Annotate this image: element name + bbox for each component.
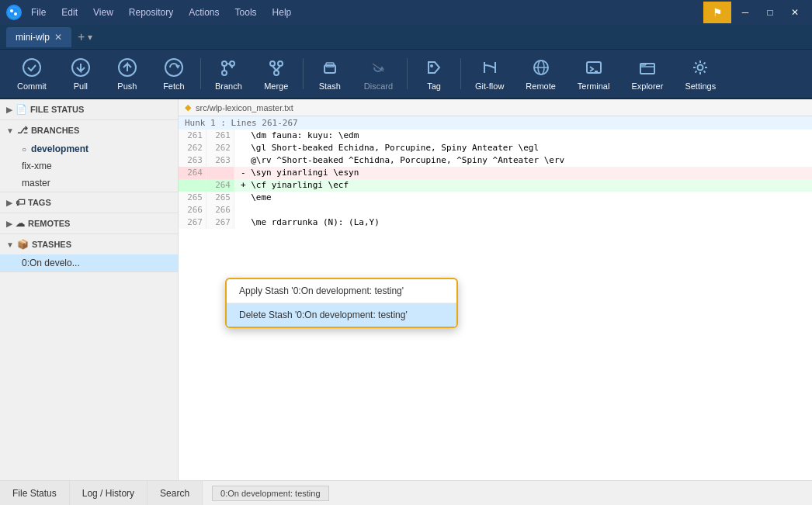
tags-icon: 🏷 [16,197,25,208]
app-logo [6,5,22,20]
diff-line-267: 267 267 \me rdarrunka (N): (La,Y) [179,216,812,229]
chevron-down-icon: ▼ [6,126,14,135]
diff-hunk-header: Hunk 1 : Lines 261-267 [179,116,812,130]
explorer-label: Explorer [631,81,663,91]
tab-dropdown-button[interactable]: ▾ [88,32,92,43]
stash-button[interactable]: Stash [307,54,353,94]
menu-edit[interactable]: Edit [58,5,81,19]
svg-point-0 [9,7,19,18]
branches-label: BRANCHES [31,126,79,135]
diff-line-263: 263 263 @\rv ^Short-beaked ^Echidna, Por… [179,154,812,167]
terminal-icon [583,57,605,78]
tag-icon [423,57,445,78]
diff-line-265: 265 265 \eme [179,192,812,204]
pull-label: Pull [74,81,88,91]
active-branch-dot: ○ [22,145,26,154]
commit-button[interactable]: Commit [6,54,57,94]
log-history-tab[interactable]: Log / History [70,481,147,505]
git-flow-icon [479,57,501,78]
sidebar-header-stashes[interactable]: ▼ 📦 STASHES [0,234,178,254]
search-tab[interactable]: Search [147,481,203,505]
chevron-right-icon: ▶ [6,105,12,114]
window-controls: ─ □ ✕ [734,5,806,20]
pull-button[interactable]: Pull [57,54,104,94]
diff-line-264-added: 264 + \cf yinarlingi \ecf [179,179,812,192]
main-container: ▶ 📄 FILE STATUS ▼ ⎇ BRANCHES ○ developme… [0,99,812,480]
apply-stash-menu-item[interactable]: Apply Stash '0:On development: testing' [227,279,456,303]
svg-point-13 [274,71,279,75]
tag-label: Tag [427,81,441,91]
menu-file[interactable]: File [28,5,49,19]
diff-line-264-removed: 264 - \syn yinarlingi \esyn [179,167,812,179]
sidebar-header-tags[interactable]: ▶ 🏷 TAGS [0,192,178,213]
sidebar-header-remotes[interactable]: ▶ ☁ REMOTES [0,213,178,233]
branch-item-development[interactable]: ○ development [0,140,178,157]
flag-button[interactable]: ⚑ [703,2,731,23]
file-status-tab[interactable]: File Status [0,481,70,505]
svg-point-12 [278,61,283,66]
menu-view[interactable]: View [90,5,116,19]
merge-button[interactable]: Merge [253,54,300,94]
branches-icon: ⎇ [17,125,28,136]
terminal-label: Terminal [578,81,610,91]
merge-icon [265,57,287,78]
fetch-button[interactable]: Fetch [151,54,197,94]
menu-help[interactable]: Help [269,5,295,19]
remote-label: Remote [526,81,556,91]
separator-2 [303,58,304,89]
context-menu: Apply Stash '0:On development: testing' … [225,278,458,328]
minimize-button[interactable]: ─ [734,5,756,20]
svg-point-28 [698,65,703,71]
chevron-down-icon-stashes: ▼ [6,240,14,249]
sidebar-section-stashes: ▼ 📦 STASHES 0:On develo... [0,234,178,272]
title-bar: File Edit View Repository Actions Tools … [0,0,812,25]
svg-point-1 [10,9,13,12]
svg-point-19 [430,64,433,67]
branch-item-master[interactable]: master [0,175,178,192]
delete-stash-menu-item[interactable]: Delete Stash '0:On development: testing' [227,303,456,327]
discard-icon [367,57,389,78]
diff-line-262: 262 262 \gl Short-beaked Echidna, Porcup… [179,142,812,154]
status-badge: 0:On development: testing [212,486,328,501]
sidebar-section-remotes: ▶ ☁ REMOTES [0,213,178,234]
sidebar-section-branches: ▼ ⎇ BRANCHES ○ development fix-xme maste… [0,120,178,192]
stash-label: Stash [319,81,341,91]
pull-icon [70,57,92,78]
file-header: ◆ src/wlp-lexicon_master.txt [179,99,812,116]
tag-button[interactable]: Tag [411,54,457,94]
close-button[interactable]: ✕ [784,5,806,20]
stash-item-0[interactable]: 0:On develo... [0,254,178,272]
svg-point-7 [222,61,227,66]
maximize-button[interactable]: □ [759,5,781,20]
tab-close-button[interactable]: ✕ [54,32,62,43]
menu-actions[interactable]: Actions [186,5,222,19]
explorer-icon [637,57,658,78]
svg-point-3 [23,59,40,76]
tab-label: mini-wlp [16,32,50,43]
toolbar: Commit Pull Push [0,50,812,99]
push-button[interactable]: Push [104,54,151,94]
menu-repository[interactable]: Repository [126,5,176,19]
explorer-button[interactable]: Explorer [620,54,674,94]
remote-button[interactable]: Remote [515,54,567,94]
branch-button[interactable]: Branch [204,54,253,94]
terminal-button[interactable]: Terminal [567,54,621,94]
settings-label: Settings [685,81,716,91]
context-menu-overlay: Apply Stash '0:On development: testing' … [225,278,458,328]
status-bar: File Status Log / History Search 0:On de… [0,480,812,505]
remotes-label: REMOTES [28,219,70,228]
tab-add-button[interactable]: + [78,30,85,44]
sidebar-header-file-status[interactable]: ▶ 📄 FILE STATUS [0,99,178,119]
separator-4 [460,58,461,89]
discard-button[interactable]: Discard [353,54,404,94]
push-icon [116,57,138,78]
file-path: src/wlp-lexicon_master.txt [196,103,293,112]
branch-item-fix-xme[interactable]: fix-xme [0,157,178,175]
sidebar-header-branches[interactable]: ▼ ⎇ BRANCHES [0,120,178,140]
tab-mini-wlp[interactable]: mini-wlp ✕ [6,27,71,47]
remotes-icon: ☁ [16,218,25,229]
menu-tools[interactable]: Tools [232,5,260,19]
merge-label: Merge [264,81,288,91]
settings-button[interactable]: Settings [674,54,727,94]
git-flow-button[interactable]: Git-flow [464,54,515,94]
